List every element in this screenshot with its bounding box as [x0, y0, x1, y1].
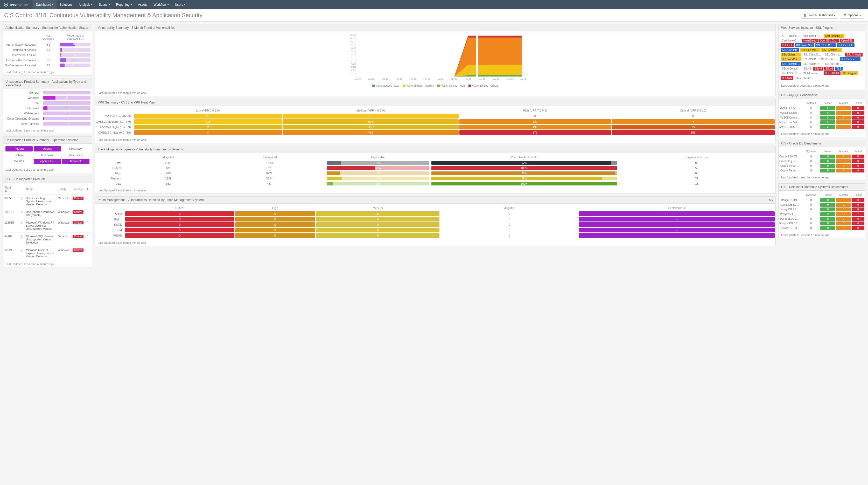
manual[interactable]: 0: [836, 169, 851, 173]
pm-cell[interactable]: 0: [235, 228, 315, 232]
passed[interactable]: 0: [820, 203, 835, 207]
passed[interactable]: 0: [820, 164, 835, 168]
heat-cell[interactable]: 504: [283, 119, 459, 124]
ssl-tag[interactable]: SSL Non-Critica: [781, 57, 801, 61]
ssl-tag[interactable]: SSL Traffic Detec: [802, 62, 823, 66]
manual[interactable]: 0: [836, 221, 851, 225]
os-pill[interactable]: Debian: [5, 152, 33, 158]
manual[interactable]: 0: [836, 164, 851, 168]
ssl-tag[interactable]: POODLE: [781, 43, 794, 47]
heat-cell[interactable]: 4: [612, 119, 775, 124]
ssl-tag[interactable]: SSL Client Detec: [802, 53, 823, 57]
ssl-tag[interactable]: SSLv1: [802, 67, 812, 70]
heat-cell[interactable]: 490: [459, 125, 611, 129]
ssl-tag[interactable]: TLS Logjam: [841, 71, 858, 75]
panel-gear-icon[interactable]: ⚙▾: [769, 198, 773, 202]
ssl-tag[interactable]: SSL FREAK: [824, 71, 840, 75]
heat-cell[interactable]: 0: [459, 114, 611, 119]
table-row[interactable]: *nix0%: [3, 100, 92, 105]
ssl-tag[interactable]: SSL/TLS Service: [794, 76, 815, 80]
os-pill[interactable]: Microsoft: [62, 159, 89, 164]
nav-item-analysis[interactable]: Analysis▾: [75, 0, 96, 9]
passed[interactable]: 2: [820, 212, 835, 216]
pm-cell[interactable]: 0: [440, 211, 578, 216]
failed[interactable]: 0: [852, 116, 864, 120]
os-pill[interactable]: CentOS: [5, 159, 33, 164]
ssl-tag[interactable]: Weak SSL Ciphe: [781, 71, 801, 75]
table-row[interactable]: No Credentials Provided2515%: [3, 63, 92, 68]
pm-cell[interactable]: 0: [316, 222, 439, 227]
brand[interactable]: tenable.sc: [4, 2, 28, 7]
info-icon[interactable]: ⓘ: [18, 246, 24, 260]
ssl-tag[interactable]: SSLH Detection: [781, 67, 801, 70]
nav-item-reporting[interactable]: Reporting▾: [113, 0, 135, 9]
os-pill[interactable]: Mac OS X: [62, 152, 89, 158]
table-row[interactable]: Other Families0%: [3, 121, 92, 126]
manual[interactable]: 0: [836, 107, 851, 110]
failed[interactable]: 0: [852, 155, 864, 158]
passed[interactable]: 0: [820, 169, 835, 173]
table-row[interactable]: Intermittent Failure64%: [3, 52, 92, 58]
options-button[interactable]: ⚙ Options ▾: [841, 12, 864, 19]
manual[interactable]: 0: [836, 198, 851, 202]
pm-cell[interactable]: 0: [316, 228, 439, 232]
failed[interactable]: 0: [852, 169, 864, 173]
table-row[interactable]: Webservers0%: [3, 111, 92, 116]
ssl-tag[interactable]: APT1 Related SS: [781, 34, 801, 38]
pm-cell[interactable]: 0: [125, 211, 235, 216]
pm-cell[interactable]: -: [579, 222, 775, 227]
pm-cell[interactable]: 0: [235, 217, 315, 221]
manual[interactable]: 0: [836, 155, 851, 158]
failed[interactable]: 0: [852, 226, 864, 230]
ssl-tag[interactable]: SSL Cert Misma: [800, 48, 820, 52]
manual[interactable]: 0: [836, 125, 851, 129]
nav-item-users[interactable]: Users▾: [172, 0, 188, 9]
heat-cell[interactable]: 213: [134, 114, 282, 119]
nav-item-solutions[interactable]: Solutions: [57, 0, 75, 9]
heat-cell[interactable]: 0: [612, 114, 775, 119]
ssl-tag[interactable]: SSL OS ID: [802, 57, 817, 61]
table-row[interactable]: Authentication Success8148%: [3, 42, 92, 48]
ssl-tag[interactable]: SSL Server Requ: [840, 57, 861, 61]
pm-cell[interactable]: 0: [125, 217, 235, 221]
pm-cell[interactable]: 0: [125, 222, 235, 227]
heat-cell[interactable]: 229: [134, 125, 282, 129]
ssl-tag[interactable]: SSL Revoked Ce: [818, 57, 839, 61]
failed[interactable]: 0: [852, 111, 864, 115]
ssl-tag[interactable]: SSLv2: [813, 67, 823, 70]
passed[interactable]: 0: [820, 111, 835, 115]
ssl-tag[interactable]: Certificate Chain: [781, 39, 801, 42]
table-row[interactable]: General0%: [3, 90, 92, 95]
manual[interactable]: 0: [836, 120, 851, 124]
os-pill[interactable]: Mandrake: [34, 152, 61, 158]
ssl-tag[interactable]: OpenSSL: [840, 39, 854, 42]
info-icon[interactable]: ⓘ: [18, 194, 24, 208]
failed[interactable]: 0: [852, 221, 864, 225]
table-row[interactable]: Windows26%: [3, 95, 92, 100]
info-icon[interactable]: ⓘ: [18, 219, 24, 233]
os-pill[interactable]: Fedora: [5, 146, 33, 151]
manual[interactable]: 10: [836, 212, 851, 216]
manual[interactable]: 0: [836, 116, 851, 120]
table-row[interactable]: 33850ⓘUnix Operating System Unsupported …: [3, 194, 92, 208]
pm-cell[interactable]: 0: [316, 217, 439, 221]
pm-cell[interactable]: 0: [235, 222, 315, 227]
ssl-tag[interactable]: Well-known Cert: [802, 71, 823, 75]
table-row[interactable]: 108797ⓘUnsupported Windows OS (remote)Wi…: [3, 208, 92, 219]
passed[interactable]: 0: [820, 198, 835, 202]
ssl-tag[interactable]: SSL/TLS Renego: [824, 62, 844, 66]
table-row[interactable]: 22024ⓘMicrosoft Internet Explorer Unsupp…: [3, 246, 92, 260]
pm-cell[interactable]: 0: [440, 222, 578, 227]
heat-cell[interactable]: 322: [612, 125, 775, 129]
failed[interactable]: 0: [852, 203, 864, 207]
passed[interactable]: 0: [820, 221, 835, 225]
heat-cell[interactable]: 4: [134, 130, 282, 135]
nav-item-assets[interactable]: Assets: [135, 0, 151, 9]
pm-cell[interactable]: 0: [440, 228, 578, 232]
passed[interactable]: 0: [820, 208, 835, 211]
manual[interactable]: 0: [836, 203, 851, 207]
table-row[interactable]: 64784ⓘMicrosoft SQL Server Unsupported V…: [3, 233, 92, 246]
manual[interactable]: 0: [836, 111, 851, 115]
manual[interactable]: 0: [836, 159, 851, 163]
os-pill[interactable]: openSUSE: [34, 159, 61, 164]
